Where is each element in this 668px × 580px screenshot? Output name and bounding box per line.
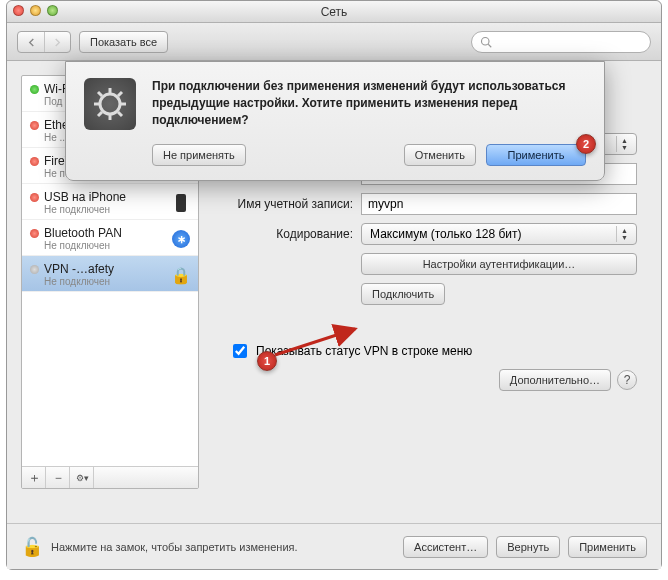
dont-apply-button[interactable]: Не применять xyxy=(152,144,246,166)
status-dot-icon xyxy=(30,121,39,130)
chevron-updown-icon: ▲▼ xyxy=(616,136,632,152)
zoom-icon[interactable] xyxy=(47,5,58,16)
advanced-button[interactable]: Дополнительно… xyxy=(499,369,611,391)
assistant-button[interactable]: Ассистент… xyxy=(403,536,488,558)
remove-service-button[interactable]: － xyxy=(46,467,70,489)
annotation-badge-2: 2 xyxy=(576,134,596,154)
help-button[interactable]: ? xyxy=(617,370,637,390)
forward-button[interactable] xyxy=(44,32,70,53)
unlocked-icon: 🔓 xyxy=(21,536,43,558)
account-label: Имя учетной записи: xyxy=(225,197,361,211)
chevron-updown-icon: ▲▼ xyxy=(616,226,632,242)
status-dot-icon xyxy=(30,265,39,274)
lock-hint: Нажмите на замок, чтобы запретить измене… xyxy=(51,541,298,553)
minimize-icon[interactable] xyxy=(30,5,41,16)
encryption-select[interactable]: Максимум (только 128 бит) ▲▼ xyxy=(361,223,637,245)
apply-button[interactable]: Применить xyxy=(568,536,647,558)
search-input[interactable] xyxy=(471,31,651,53)
lock-area[interactable]: 🔓 Нажмите на замок, чтобы запретить изме… xyxy=(21,536,298,558)
sidebar-item-usb-iphone[interactable]: USB на iPhone Не подключен xyxy=(22,184,198,220)
add-service-button[interactable]: ＋ xyxy=(22,467,46,489)
show-vpn-status-label: Показывать статус VPN в строке меню xyxy=(256,344,472,358)
window-title: Сеть xyxy=(321,5,348,19)
sidebar-item-bluetooth[interactable]: Bluetooth PAN Не подключен ∗ xyxy=(22,220,198,256)
svg-point-0 xyxy=(482,37,490,45)
traffic-lights xyxy=(13,5,58,16)
svg-line-9 xyxy=(118,112,122,116)
service-options-button[interactable]: ⚙▾ xyxy=(70,467,94,489)
svg-line-10 xyxy=(98,112,102,116)
encryption-label: Кодирование: xyxy=(225,227,361,241)
svg-point-3 xyxy=(100,94,120,114)
svg-line-8 xyxy=(98,92,102,96)
sidebar-item-vpn[interactable]: VPN -…afety Не подключен 🔒 xyxy=(22,256,198,292)
show-vpn-status-checkbox[interactable] xyxy=(233,344,247,358)
titlebar: Сеть xyxy=(7,1,661,23)
svg-line-1 xyxy=(488,44,491,47)
close-icon[interactable] xyxy=(13,5,24,16)
gear-icon xyxy=(84,78,136,130)
sidebar-footer: ＋ － ⚙▾ xyxy=(22,466,198,488)
status-dot-icon xyxy=(30,157,39,166)
alert-sheet: При подключении без применения изменений… xyxy=(65,61,605,181)
search-icon xyxy=(480,36,492,48)
preferences-window: Сеть Показать все Wi-F Под Ether xyxy=(6,0,662,570)
cancel-button[interactable]: Отменить xyxy=(404,144,476,166)
status-dot-icon xyxy=(30,193,39,202)
annotation-badge-1: 1 xyxy=(257,351,277,371)
back-button[interactable] xyxy=(18,32,44,53)
bluetooth-icon: ∗ xyxy=(170,228,192,250)
svg-line-11 xyxy=(118,92,122,96)
show-all-button[interactable]: Показать все xyxy=(79,31,168,53)
account-input[interactable] xyxy=(361,193,637,215)
apply-sheet-button[interactable]: Применить xyxy=(486,144,586,166)
toolbar: Показать все xyxy=(7,23,661,61)
connect-button[interactable]: Подключить xyxy=(361,283,445,305)
iphone-icon xyxy=(170,192,192,214)
auth-settings-button[interactable]: Настройки аутентификации… xyxy=(361,253,637,275)
nav-back-forward xyxy=(17,31,71,53)
status-dot-icon xyxy=(30,85,39,94)
status-dot-icon xyxy=(30,229,39,238)
alert-message: При подключении без применения изменений… xyxy=(152,78,586,130)
lock-icon: 🔒 xyxy=(170,264,192,286)
footer: 🔓 Нажмите на замок, чтобы запретить изме… xyxy=(7,523,661,569)
revert-button[interactable]: Вернуть xyxy=(496,536,560,558)
